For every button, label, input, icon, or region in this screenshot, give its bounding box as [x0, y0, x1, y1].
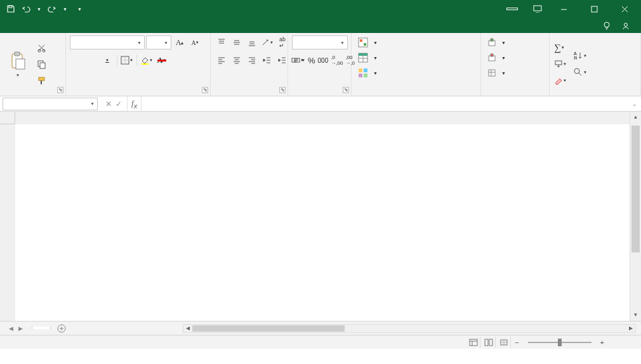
slider-handle[interactable]	[558, 339, 562, 346]
zoom-slider[interactable]	[528, 342, 591, 343]
svg-rect-11	[40, 63, 45, 68]
font-size-combo[interactable]: ▼	[146, 36, 171, 49]
svg-point-4	[624, 23, 628, 27]
svg-rect-20	[364, 43, 366, 46]
minimize-button[interactable]	[550, 0, 578, 18]
close-button[interactable]	[611, 0, 638, 18]
delete-icon	[487, 53, 496, 62]
row-headers	[0, 124, 15, 321]
underline-button[interactable]: ▼	[100, 53, 114, 67]
number-format-combo[interactable]: ▼	[292, 36, 348, 49]
ribbon-options-icon[interactable]	[528, 0, 547, 18]
format-cells-button[interactable]: ▼	[485, 66, 508, 80]
group-editing: ∑▼ ▼ ▼ AЯ▼ ▼	[550, 33, 641, 96]
caret-down-icon[interactable]: ▼	[37, 7, 41, 11]
scrollbar-thumb[interactable]	[192, 325, 345, 332]
align-center-icon[interactable]	[230, 53, 244, 67]
delete-cells-button[interactable]: ▼	[485, 51, 508, 65]
align-top-icon[interactable]	[215, 36, 228, 49]
spreadsheet-grid[interactable]: ▲ ▼	[0, 112, 641, 321]
svg-rect-38	[485, 339, 488, 346]
svg-rect-19	[360, 39, 362, 42]
align-middle-icon[interactable]	[230, 36, 244, 49]
zoom-in-button[interactable]: +	[598, 339, 607, 346]
bold-button[interactable]	[70, 53, 84, 67]
horizontal-scrollbar[interactable]: ◀ ▶	[183, 324, 636, 333]
align-bottom-icon[interactable]	[245, 36, 259, 49]
vertical-scrollbar[interactable]: ▲ ▼	[630, 112, 641, 321]
save-icon[interactable]	[6, 4, 15, 13]
scroll-down-icon[interactable]: ▼	[630, 309, 641, 321]
view-page-break-icon[interactable]	[497, 337, 511, 348]
svg-rect-0	[9, 6, 12, 8]
percent-icon[interactable]: %	[307, 53, 316, 67]
increase-decimal-icon[interactable]: ,0→,00	[330, 53, 343, 67]
dialog-launcher-icon[interactable]: ⬊	[57, 87, 63, 93]
fill-icon[interactable]: ▼	[553, 57, 567, 71]
copy-icon[interactable]	[34, 57, 48, 71]
decrease-font-icon[interactable]: A▾	[188, 36, 202, 49]
italic-button[interactable]	[85, 53, 99, 67]
caret-down-icon[interactable]: ▼	[63, 7, 67, 11]
find-select-icon[interactable]: ▼	[572, 65, 588, 79]
view-normal-icon[interactable]	[466, 337, 480, 348]
sheet-nav-prev-icon[interactable]: ◀	[9, 325, 13, 332]
cut-icon[interactable]	[34, 41, 48, 55]
svg-rect-7	[16, 59, 25, 69]
align-left-icon[interactable]	[215, 53, 228, 67]
decrease-indent-icon[interactable]	[260, 53, 274, 67]
svg-rect-32	[555, 61, 562, 65]
view-page-layout-icon[interactable]	[482, 337, 496, 348]
scroll-up-icon[interactable]: ▲	[630, 112, 641, 123]
fill-color-icon[interactable]: ▼	[140, 53, 154, 67]
insert-cells-button[interactable]: ▼	[485, 36, 508, 49]
autosum-icon[interactable]: ∑▼	[553, 41, 565, 55]
borders-icon[interactable]: ▼	[120, 53, 134, 67]
group-number: ▼ ₽▼ % 000 ,0→,00 ,00→,0 ⬊	[288, 33, 352, 96]
cells-area[interactable]	[15, 124, 630, 321]
paste-button[interactable]: ▼	[4, 43, 32, 85]
select-all-corner[interactable]	[0, 112, 15, 124]
add-sheet-button[interactable]	[55, 322, 69, 335]
format-as-table-button[interactable]: ▼	[355, 51, 380, 65]
font-color-icon[interactable]: A▼	[155, 53, 169, 67]
font-name-combo[interactable]: ▼	[70, 36, 145, 49]
login-button[interactable]	[506, 8, 518, 10]
align-right-icon[interactable]	[245, 53, 259, 67]
redo-icon[interactable]	[48, 4, 56, 13]
fx-icon[interactable]: fx	[128, 98, 141, 110]
sort-filter-icon[interactable]: AЯ▼	[572, 49, 588, 63]
zoom-out-button[interactable]: −	[512, 339, 521, 346]
share-button[interactable]	[622, 22, 632, 30]
svg-point-3	[604, 22, 609, 27]
thousands-icon[interactable]: 000	[317, 53, 329, 67]
dialog-launcher-icon[interactable]: ⬊	[343, 87, 349, 93]
currency-icon[interactable]: ₽▼	[292, 53, 306, 67]
dialog-launcher-icon[interactable]: ⬊	[279, 87, 286, 93]
svg-rect-23	[359, 68, 362, 72]
formula-input[interactable]	[141, 96, 628, 111]
sheet-nav-next-icon[interactable]: ▶	[18, 325, 23, 332]
qat-customize-icon[interactable]: ▼	[77, 7, 82, 11]
undo-icon[interactable]	[22, 4, 30, 13]
dialog-launcher-icon[interactable]: ⬊	[202, 87, 208, 93]
orientation-icon[interactable]: ▼	[260, 36, 274, 49]
conditional-formatting-button[interactable]: ▼	[355, 36, 380, 49]
scroll-right-icon[interactable]: ▶	[626, 325, 635, 332]
wrap-text-icon[interactable]: ab↵	[275, 36, 289, 49]
increase-indent-icon[interactable]	[275, 53, 289, 67]
expand-formula-bar-icon[interactable]: ⌄	[628, 101, 641, 107]
tell-me-button[interactable]	[603, 22, 613, 30]
cancel-formula-icon[interactable]: ✕	[105, 100, 112, 108]
clear-icon[interactable]: ▼	[553, 74, 567, 88]
increase-font-icon[interactable]: A▴	[173, 36, 187, 49]
ribbon: ▼ ⬊ ▼ ▼ A▴ A▾ ▼ ▼	[0, 33, 641, 96]
enter-formula-icon[interactable]: ✓	[116, 100, 122, 108]
sheet-tab-active[interactable]	[32, 327, 51, 329]
scroll-left-icon[interactable]: ◀	[183, 325, 192, 332]
maximize-button[interactable]	[580, 0, 608, 18]
cell-styles-button[interactable]: ▼	[355, 66, 380, 80]
scrollbar-thumb[interactable]	[631, 126, 640, 252]
format-painter-icon[interactable]	[34, 74, 48, 88]
name-box[interactable]: ▼	[3, 98, 98, 110]
